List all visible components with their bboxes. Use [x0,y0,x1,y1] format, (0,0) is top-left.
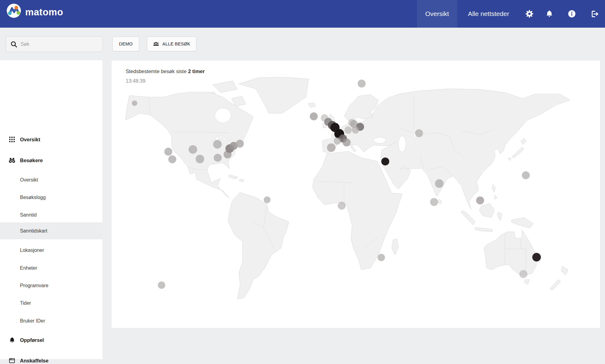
sidebar-item-enheter[interactable]: Enheter [0,260,103,276]
browser-window-icon [8,357,16,364]
sidebar-item-tider[interactable]: Tider [0,295,103,311]
site-selector-button[interactable]: DEMO [112,37,139,51]
search-input[interactable] [18,37,103,52]
visitor-dot[interactable] [236,140,244,148]
visitor-dot[interactable] [378,254,385,261]
visitor-dot[interactable] [168,155,176,163]
sidebar-item-besokslogg[interactable]: Besøkslogg [0,189,103,206]
toolbar: DEMO ALLE BESØK [0,28,605,60]
notifications-icon[interactable] [544,8,555,19]
sidebar-item-besokere-oversikt[interactable]: Oversikt [0,172,103,188]
realtime-map-card: Stedsbestemte besøk siste2 timer 13:48:3… [111,60,600,328]
visitor-dot[interactable] [214,154,222,162]
visitor-dot[interactable] [358,80,366,88]
grid-icon [8,136,16,143]
search-icon [10,41,18,48]
continents-layer [125,77,570,299]
map-title-prefix: Stedsbestemte besøk siste [126,68,187,74]
map-title: Stedsbestemte besøk siste2 timer [126,68,205,74]
visitor-dot[interactable] [476,197,484,205]
visitor-dot[interactable] [327,143,336,152]
visitor-dot[interactable] [213,140,222,149]
visitor-dot[interactable] [519,270,527,278]
sidebar-item-oppforsel[interactable]: Oppførsel [0,332,103,348]
settings-icon[interactable] [524,8,535,19]
world-map [112,77,600,328]
visitor-dot[interactable] [344,127,352,134]
visitor-dot[interactable] [435,179,444,188]
visitor-dot[interactable] [415,129,423,137]
visitor-dot[interactable] [430,198,438,206]
visitor-dot[interactable] [196,155,204,163]
visitor-dot[interactable] [189,145,197,154]
sidebar-item-programvare[interactable]: Programvare [0,277,103,294]
segment-selector-button[interactable]: ALLE BESØK [147,37,196,51]
visitor-dot[interactable] [338,202,346,210]
tab-oversikt[interactable]: Oversikt [417,0,457,28]
visitor-dot[interactable] [532,253,541,261]
visitor-dot[interactable] [343,139,351,147]
matomo-logo-icon [7,4,21,18]
sidebar-item-oversikt[interactable]: Oversikt [0,131,103,148]
visitor-dot[interactable] [381,158,389,166]
tab-alle-nettsteder[interactable]: Alle nettsteder [457,0,520,28]
sidebar-item-sanntid[interactable]: Sanntid [0,207,103,223]
visitor-dot[interactable] [264,197,270,203]
visitor-dot[interactable] [334,137,341,145]
info-icon[interactable] [566,8,577,19]
map-title-period: 2 timer [188,68,205,74]
signout-icon[interactable] [589,8,600,19]
sidebar: Oversikt Besøkere Oversikt Besøkslogg Sa… [0,60,103,359]
sidebar-item-sanntidskart[interactable]: Sanntidskart [0,222,103,239]
visitor-dot[interactable] [164,148,172,156]
visitors-group-icon [153,41,159,47]
search-box [6,36,103,52]
visitor-dot[interactable] [310,112,318,120]
visitor-dot[interactable] [158,281,165,289]
sidebar-item-anskaffelse[interactable]: Anskaffelse [0,352,103,364]
visitor-dot[interactable] [132,100,137,106]
binoculars-icon [8,157,16,164]
sidebar-item-besokere[interactable]: Besøkere [0,152,103,169]
bell-icon [8,336,16,344]
visitor-dot[interactable] [352,126,359,134]
brand-name: matomo [25,3,63,22]
matomo-logo[interactable]: matomo [7,3,84,25]
sidebar-item-bruker-ider[interactable]: Bruker IDer [0,313,103,329]
visitor-dot[interactable] [522,171,530,179]
sidebar-item-lokasjoner[interactable]: Lokasjoner [0,242,103,259]
top-navbar: matomo Oversikt Alle nettsteder [0,0,605,28]
